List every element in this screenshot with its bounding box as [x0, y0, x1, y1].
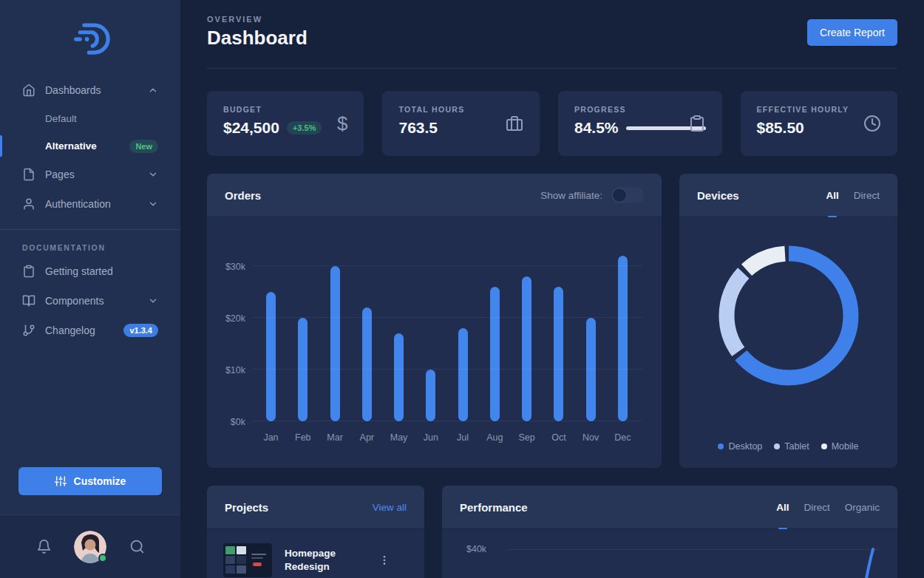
project-thumbnail	[223, 543, 272, 577]
sidebar-item-changelog[interactable]: Changelog v1.3.4	[0, 316, 180, 345]
bar-column: Jan	[266, 292, 276, 421]
sidebar-item-label: Alternative	[45, 140, 129, 152]
create-report-button[interactable]: Create Report	[807, 19, 897, 46]
project-name: Homepage Redesign	[285, 547, 366, 574]
orders-panel-header: Orders Show affiliate:	[207, 174, 662, 217]
performance-panel-header: Performance AllDirectOrganic	[442, 486, 897, 529]
legend-label: Desktop	[728, 441, 762, 452]
bar-jan[interactable]	[266, 292, 276, 421]
home-icon	[22, 84, 35, 97]
sidebar-item-default[interactable]: Default	[0, 105, 180, 132]
bar-mar[interactable]	[330, 266, 340, 421]
stat-card-budget: BUDGET $24,500 +3.5% $	[207, 91, 364, 156]
bar-column: Nov	[586, 318, 596, 421]
x-axis-tick-label: Mar	[327, 432, 343, 443]
legend-dot	[718, 443, 724, 449]
performance-tabs: AllDirectOrganic	[776, 486, 880, 528]
stat-value: $85.50	[757, 119, 804, 137]
legend-dot	[821, 443, 827, 449]
stats-row: BUDGET $24,500 +3.5% $ TOTAL HOURS 763.5…	[207, 91, 897, 156]
chevron-down-icon	[148, 296, 158, 306]
tab-all[interactable]: All	[776, 486, 789, 528]
orders-title: Orders	[225, 189, 261, 202]
chevron-up-icon	[148, 85, 158, 95]
y-axis-tick-label: $30k	[207, 262, 245, 272]
stat-value: 763.5	[398, 119, 438, 137]
performance-panel: Performance AllDirectOrganic $40k	[442, 486, 897, 578]
projects-title: Projects	[225, 501, 268, 514]
sidebar-item-authentication[interactable]: Authentication	[0, 189, 180, 219]
sidebar-divider	[0, 229, 180, 230]
stat-value: 84.5%	[574, 119, 619, 137]
sidebar-footer	[0, 514, 180, 578]
sidebar-item-alternative[interactable]: Alternative New	[0, 132, 180, 160]
tab-direct[interactable]: Direct	[804, 486, 829, 528]
sidebar-item-label: Pages	[45, 169, 148, 180]
view-all-link[interactable]: View all	[373, 502, 407, 513]
brand-logo[interactable]	[0, 0, 180, 69]
sidebar-section-label: DOCUMENTATION	[0, 233, 180, 256]
sidebar-item-components[interactable]: Components	[0, 286, 180, 316]
bar-dec[interactable]	[618, 256, 628, 421]
search-icon[interactable]	[129, 539, 145, 554]
performance-line	[442, 529, 897, 578]
bar-sep[interactable]	[522, 276, 531, 421]
bar-column: Mar	[330, 266, 340, 421]
tab-all[interactable]: All	[826, 174, 838, 217]
page-title: Dashboard	[207, 27, 308, 50]
sidebar-item-getting-started[interactable]: Getting started	[0, 256, 180, 286]
legend-item-desktop[interactable]: Desktop	[718, 441, 762, 452]
project-list-item[interactable]: Homepage Redesign	[207, 529, 424, 578]
bar-feb[interactable]	[298, 318, 308, 421]
customize-button[interactable]: Customize	[18, 467, 162, 495]
y-axis-tick-label: $0k	[207, 417, 245, 427]
delta-badge: +3.5%	[287, 121, 322, 135]
projects-panel-header: Projects View all	[207, 486, 424, 529]
clock-icon	[863, 115, 881, 132]
kebab-menu-icon[interactable]	[378, 554, 390, 566]
legend-item-mobile[interactable]: Mobile	[821, 441, 859, 452]
bar-jun[interactable]	[426, 370, 435, 421]
tab-direct[interactable]: Direct	[854, 174, 880, 217]
tab-organic[interactable]: Organic	[845, 486, 880, 528]
bar-aug[interactable]	[490, 287, 500, 421]
affiliate-toggle-label: Show affiliate:	[540, 190, 602, 201]
sidebar-item-label: Authentication	[45, 198, 148, 210]
x-axis-tick-label: Jul	[457, 432, 469, 443]
sidebar-item-dashboards[interactable]: Dashboards	[0, 75, 180, 105]
donut-segment-desktop[interactable]	[727, 254, 851, 378]
bell-icon[interactable]	[36, 539, 52, 554]
book-open-icon	[22, 294, 35, 307]
bar-column: Feb	[298, 318, 308, 421]
gridline	[253, 369, 642, 370]
sidebar-item-label: Components	[45, 295, 148, 307]
bar-apr[interactable]	[362, 307, 372, 421]
bar-oct[interactable]	[554, 287, 563, 421]
x-axis-tick-label: Jun	[424, 432, 438, 443]
user-avatar[interactable]	[74, 531, 106, 563]
bar-column: Oct	[554, 287, 563, 421]
dollar-icon: $	[337, 114, 347, 133]
bar-jul[interactable]	[458, 328, 468, 421]
legend-item-tablet[interactable]: Tablet	[774, 441, 809, 452]
page-eyebrow: OVERVIEW	[207, 15, 308, 24]
bar-column: Dec	[618, 256, 628, 421]
legend-label: Mobile	[832, 441, 859, 452]
customize-label: Customize	[74, 475, 126, 487]
bar-may[interactable]	[394, 333, 404, 421]
user-icon	[22, 197, 35, 211]
gridline	[253, 421, 642, 421]
bar-column: Jul	[458, 328, 468, 421]
stat-label: TOTAL HOURS	[398, 105, 523, 114]
app-root: Dashboards Default Alternative New Pages…	[0, 0, 924, 578]
sidebar: Dashboards Default Alternative New Pages…	[0, 0, 180, 578]
x-axis-tick-label: Oct	[551, 432, 565, 443]
x-axis-tick-label: Aug	[486, 432, 503, 443]
bar-nov[interactable]	[586, 318, 596, 421]
logo-icon	[69, 16, 112, 59]
sidebar-item-pages[interactable]: Pages	[0, 160, 180, 189]
affiliate-toggle[interactable]	[611, 187, 644, 203]
performance-title: Performance	[460, 501, 528, 514]
main-content: OVERVIEW Dashboard Create Report BUDGET …	[180, 0, 924, 578]
bar-column: Aug	[490, 287, 500, 421]
